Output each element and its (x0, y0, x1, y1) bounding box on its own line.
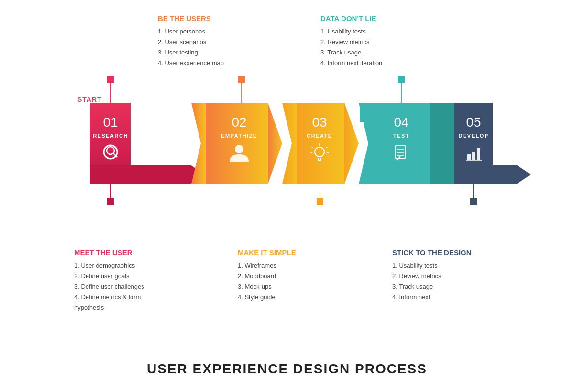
create-list: 1. Wireframes 2. Moodboard 3. Mock-ups 4… (238, 261, 296, 303)
svg-marker-14 (282, 103, 297, 184)
list-item: 2. Define user goals (74, 271, 144, 282)
list-item: 1. User personas (158, 26, 224, 37)
list-item: 1. Wireframes (238, 261, 296, 271)
test-top-dot (398, 76, 405, 83)
svg-marker-11 (268, 103, 282, 184)
develop-list: 1. Usability tests 2. Review metrics 3. … (392, 261, 472, 303)
test-title: DATA DON'T LIE (320, 14, 382, 22)
step05-num: 05 (466, 115, 481, 130)
create-bottom-dot (317, 198, 323, 205)
list-item: 4. User experience map (158, 58, 224, 68)
test-list: 1. Usability tests 2. Review metrics 3. … (320, 26, 382, 68)
develop-bottom-dot (470, 198, 477, 205)
step03-num: 03 (312, 115, 327, 130)
page-title: USER EXPERIENCE DESIGN PROCESS (0, 361, 574, 377)
list-item: 4. Inform next (392, 292, 472, 303)
list-item: 4. Define metrics & form (74, 292, 144, 303)
step05-label: DEVELOP (458, 133, 488, 139)
svg-rect-39 (467, 154, 471, 160)
svg-rect-30 (430, 103, 454, 184)
bottom-block-research: MEET THE USER 1. User demographics 2. De… (74, 249, 144, 313)
research-bottom-dot (107, 198, 114, 205)
step01-label: RESEARCH (93, 133, 128, 139)
step04-num: 04 (394, 115, 408, 130)
list-item: 3. User testing (158, 47, 224, 58)
process-diagram: 01 RESEARCH 02 EMPATHIZE 03 CREATE (43, 76, 531, 258)
step04-label: TEST (393, 133, 409, 139)
list-item: 2. Moodboard (238, 271, 296, 282)
step01-num: 01 (103, 115, 118, 130)
list-item: 3. Track usage (320, 47, 382, 58)
top-block-empathize: BE THE USERS 1. User personas 2. User sc… (158, 14, 224, 68)
list-item: 1. User demographics (74, 261, 144, 271)
list-item: 1. Usability tests (392, 261, 472, 271)
list-item: 4. Style guide (238, 292, 296, 303)
list-item: 3. Mock-ups (238, 282, 296, 292)
empathize-title: BE THE USERS (158, 14, 224, 22)
step02-label: EMPATHIZE (221, 133, 257, 139)
list-item: 4. Inform next iteration (320, 58, 382, 68)
step03-label: CREATE (307, 133, 332, 139)
list-item: 2. User scenarios (158, 37, 224, 47)
svg-marker-16 (344, 103, 359, 184)
list-item: hypothesis (74, 303, 144, 313)
step02-num: 02 (232, 115, 246, 130)
svg-rect-2 (90, 165, 190, 184)
list-item: 3. Define user challenges (74, 282, 144, 292)
svg-point-12 (235, 145, 243, 153)
svg-rect-36 (454, 165, 517, 184)
research-list: 1. User demographics 2. Define user goal… (74, 261, 144, 313)
list-item: 2. Review metrics (320, 37, 382, 47)
empathize-top-dot (238, 76, 245, 83)
list-item: 2. Review metrics (392, 271, 472, 282)
top-block-test: DATA DON'T LIE 1. Usability tests 2. Rev… (320, 14, 382, 68)
list-item: 3. Track usage (392, 282, 472, 292)
list-item: 1. Usability tests (320, 26, 382, 37)
svg-marker-37 (517, 165, 531, 184)
start-dot (107, 76, 114, 83)
empathize-list: 1. User personas 2. User scenarios 3. Us… (158, 26, 224, 68)
svg-rect-41 (477, 148, 480, 160)
svg-rect-40 (472, 152, 475, 160)
